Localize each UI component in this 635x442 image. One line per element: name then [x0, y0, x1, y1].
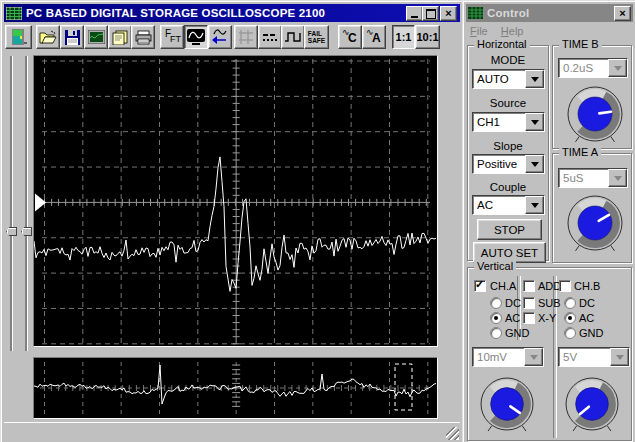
calibrate-c-button[interactable]: ∿ C [338, 25, 362, 49]
ch-a-gnd-label: GND [505, 327, 529, 339]
time-b-knob[interactable] [560, 79, 630, 151]
oscilloscope-window: PC BASED DIGITAL STORAGE OSCILLOSCOPE 21… [0, 0, 464, 442]
ch-b-dc-radio[interactable] [564, 297, 576, 309]
capture-button[interactable] [84, 25, 108, 49]
slope-label: Slope [468, 140, 548, 152]
ch-a-ac-label: AC [505, 312, 520, 324]
control-titlebar[interactable]: Control × [466, 4, 633, 22]
ch-b-ac-radio[interactable] [564, 312, 576, 324]
xy-label: X-Y [538, 312, 556, 324]
dropdown-arrow-icon [608, 59, 627, 77]
control-title: Control [487, 7, 529, 19]
time-b-select[interactable]: 0.2uS [558, 58, 628, 78]
menu-help[interactable]: Help [501, 25, 524, 37]
control-app-icon [468, 7, 483, 19]
dropdown-arrow-icon [524, 348, 543, 366]
save-button[interactable] [60, 25, 84, 49]
grid-toggle-button[interactable] [234, 25, 258, 49]
wave-cursor-button[interactable] [208, 25, 232, 49]
ch-b-ac-label: AC [579, 312, 594, 324]
minimize-button[interactable] [406, 6, 423, 21]
notes-button[interactable] [108, 25, 132, 49]
print-button[interactable] [131, 25, 155, 49]
open-folder-icon [39, 30, 57, 44]
probe-1-1-button[interactable]: 1:1 [392, 25, 415, 49]
slider-thumb[interactable] [21, 227, 32, 236]
volts-b-select[interactable]: 5V [558, 347, 630, 367]
close-button[interactable]: × [440, 6, 457, 21]
waveform-screen-icon [187, 29, 205, 45]
square-wave-button[interactable] [281, 25, 305, 49]
window-title: PC BASED DIGITAL STORAGE OSCILLOSCOPE 21… [26, 7, 325, 19]
calibrate-a-button[interactable]: ∿ A [362, 25, 386, 49]
mode-label: MODE [468, 54, 548, 66]
menu-file[interactable]: File [470, 25, 488, 37]
group-horizontal: Horizontal MODE AUTO Source CH1 Slope Po… [467, 45, 549, 261]
position-slider-a[interactable] [5, 56, 17, 351]
fail-safe-icon: FAIL SAFE [308, 30, 325, 44]
fail-safe-button[interactable]: FAIL SAFE [304, 25, 329, 49]
sine-a-icon: ∿ A [363, 26, 385, 48]
status-bar [4, 422, 460, 441]
ch-a-checkbox[interactable] [474, 280, 486, 292]
fft-text-icon: F FT [161, 26, 183, 48]
waveform-back-arrow-icon [211, 29, 229, 45]
exit-door-icon [10, 28, 28, 46]
menu-bar: File Help [470, 25, 533, 37]
sine-c-icon: ∿ C [339, 26, 361, 48]
mode-select[interactable]: AUTO [472, 69, 545, 89]
resize-grip-icon[interactable] [446, 427, 459, 440]
close-icon: × [445, 8, 451, 19]
ch-b-gnd-radio[interactable] [564, 327, 576, 339]
overview-scope-display [33, 357, 438, 419]
ch-a-gnd-radio[interactable] [490, 327, 502, 339]
ch-a-dc-radio[interactable] [490, 297, 502, 309]
couple-select[interactable]: AC [472, 195, 545, 215]
add-checkbox[interactable] [523, 280, 535, 292]
main-scope-display [33, 55, 438, 347]
source-select[interactable]: CH1 [472, 112, 545, 132]
open-file-button[interactable] [36, 25, 60, 49]
volts-a-select[interactable]: 10mV [472, 347, 544, 367]
add-label: ADD [538, 280, 561, 292]
fft-button[interactable]: F FT [160, 25, 184, 49]
ch-a-ac-radio[interactable] [490, 312, 502, 324]
ch-b-dc-label: DC [579, 297, 595, 309]
position-slider-b[interactable] [20, 56, 32, 351]
overview-trace [34, 358, 437, 418]
sub-checkbox[interactable] [523, 297, 535, 309]
group-time-a-label: TIME A [559, 146, 601, 158]
group-time-b-label: TIME B [559, 38, 602, 50]
dropdown-arrow-icon [525, 70, 544, 88]
control-close-button[interactable]: × [614, 6, 631, 21]
time-a-knob[interactable] [560, 188, 630, 260]
volts-a-knob[interactable] [473, 370, 541, 440]
volts-b-knob[interactable] [558, 370, 626, 440]
screen-capture-icon [88, 30, 105, 44]
time-a-select[interactable]: 5uS [558, 168, 628, 188]
ch-a-label: CH.A [490, 280, 516, 292]
notes-icon [112, 30, 128, 45]
maximize-button[interactable] [422, 6, 439, 21]
control-window: Control × File Help Horizontal MODE AUTO… [462, 0, 635, 442]
slider-thumb[interactable] [6, 227, 17, 236]
slope-select[interactable]: Positive [472, 154, 545, 174]
probe-10-1-button[interactable]: 10:1 [415, 25, 440, 49]
main-scope-graticule-and-trace [34, 56, 437, 346]
ch-b-gnd-label: GND [579, 327, 603, 339]
xy-checkbox[interactable] [523, 312, 535, 324]
stop-button[interactable]: STOP [477, 219, 542, 240]
app-icon [6, 7, 22, 20]
group-vertical-label: Vertical [474, 260, 516, 272]
ch-b-checkbox[interactable] [559, 280, 571, 292]
close-icon: × [619, 8, 625, 19]
exit-button[interactable] [5, 25, 32, 49]
ch-a-dc-label: DC [505, 297, 521, 309]
dashed-lines-button[interactable] [258, 25, 282, 49]
dropdown-arrow-icon [610, 348, 629, 366]
wave-display-button[interactable] [184, 25, 208, 49]
dashed-lines-icon [262, 31, 278, 43]
main-titlebar[interactable]: PC BASED DIGITAL STORAGE OSCILLOSCOPE 21… [4, 4, 460, 22]
printer-icon [135, 30, 152, 45]
dropdown-arrow-icon [525, 113, 544, 131]
